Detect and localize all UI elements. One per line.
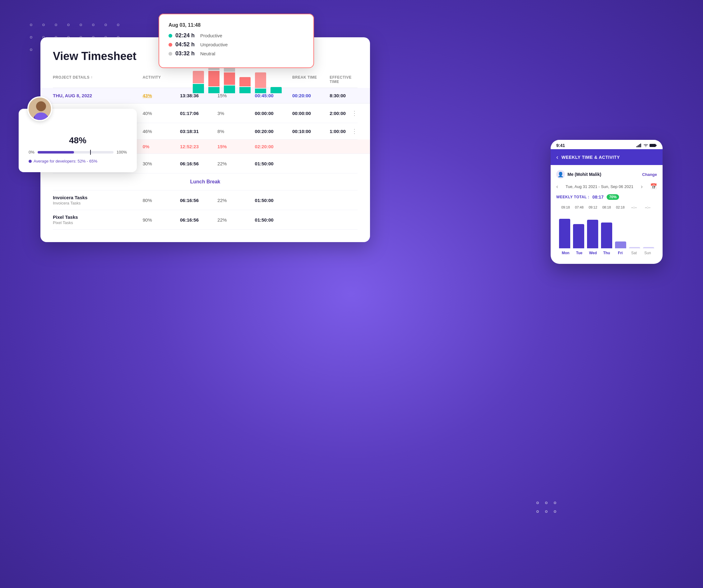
tooltip-productive-item: 02:24 h Productive xyxy=(168,32,304,39)
task-time-pix: 06:16:56 xyxy=(180,217,215,223)
progress-row: 0% 100% xyxy=(28,150,127,155)
weekly-badge: 70% xyxy=(607,194,619,200)
mobile-header-title: WEEKLY TIME & ACTIVITY xyxy=(561,155,620,160)
mobile-status-bar: 9:41 xyxy=(551,140,662,149)
task-percent-misc: 22% xyxy=(217,161,252,166)
summary-col4: 00:45:00 xyxy=(255,93,290,98)
mobile-card: 9:41 ‹ WEEKLY TIME & ACTIVITY xyxy=(551,140,662,264)
chart-tooltip-popup: Aug 03, 11:48 02:24 h Productive 04:52 h… xyxy=(159,14,314,68)
wifi-icon xyxy=(643,144,648,147)
table-row: Pixel Tasks Pixel Tasks 90% 06:16:56 22%… xyxy=(53,210,358,230)
svg-rect-8 xyxy=(649,144,656,147)
avg-dot xyxy=(28,160,32,163)
table-row: Invoicera Tasks Invoicera Tasks 80% 06:1… xyxy=(53,190,358,210)
chart-bars xyxy=(556,211,657,248)
tooltip-neutral-item: 03:32 h Neutral xyxy=(168,50,304,57)
lunch-break-row: Lunch Break xyxy=(53,173,358,190)
task-menu-1[interactable]: ⋮ xyxy=(352,109,358,117)
user-avatar-icon: 👤 xyxy=(556,170,565,179)
task-break-2: 00:10:00 xyxy=(292,129,327,134)
bar-sun-fill xyxy=(643,247,654,248)
svg-rect-6 xyxy=(639,144,640,147)
date-range-label: Tue, Aug 31 2021 - Sun, Sep 06 2021 xyxy=(565,184,633,189)
user-name: Me (Mohit Malik) xyxy=(567,172,601,177)
task-menu-2[interactable]: ⋮ xyxy=(352,128,358,135)
task-time-misc: 06:16:56 xyxy=(180,161,215,166)
task-sub-pix: Pixel Tasks xyxy=(53,220,140,225)
summary-percent: 15% xyxy=(217,93,252,98)
bar-sat xyxy=(629,211,640,248)
progress-fill xyxy=(37,151,74,154)
task-project-pix: Pixel Tasks Pixel Tasks xyxy=(53,215,140,225)
task-col4-pix: 01:50:00 xyxy=(255,217,290,223)
status-time: 9:41 xyxy=(556,143,565,148)
date-nav: ‹ Tue, Aug 31 2021 - Sun, Sep 06 2021 › … xyxy=(556,183,657,190)
avg-label: Average for developers: 52% - 65% xyxy=(28,159,127,163)
task-activity-1: 40% xyxy=(143,111,177,116)
task-percent-inv: 22% xyxy=(217,198,252,203)
task-break-1: 00:00:00 xyxy=(292,111,327,116)
task-col4-misc: 01:50:00 xyxy=(255,161,290,166)
bar-fri xyxy=(615,211,627,248)
lunch-break-label: Lunch Break xyxy=(190,179,221,184)
decorative-dot-grid-bottom xyxy=(535,500,560,516)
weekly-total-row: WEEKLY TOTAL : 08:17 70% xyxy=(556,194,657,200)
svg-rect-5 xyxy=(638,145,639,147)
productive-dot xyxy=(168,34,172,37)
weekly-time-value: 08:17 xyxy=(592,194,604,199)
popup-percentage: 48% xyxy=(28,136,127,146)
change-user-button[interactable]: Change xyxy=(642,172,657,177)
chart-values-row: 09:18 07:48 09:12 08:18 02:18 --:-- --:-… xyxy=(556,205,657,209)
summary-activity: 43% xyxy=(143,93,177,98)
red-time: 12:52:23 xyxy=(180,144,215,149)
weekly-total-label: WEEKLY TOTAL : xyxy=(556,195,589,199)
next-date-button[interactable]: › xyxy=(641,183,643,190)
day-label-sat: Sat xyxy=(627,251,641,255)
summary-effective: 8:30:00 xyxy=(330,93,358,98)
chart-val-3: 08:18 xyxy=(600,205,614,209)
svg-rect-9 xyxy=(656,145,657,146)
bar-sat-fill xyxy=(629,247,640,248)
task-col4-2: 00:20:00 xyxy=(255,129,290,134)
tooltip-unproductive-item: 04:52 h Unproductive xyxy=(168,41,304,48)
svg-rect-7 xyxy=(640,144,641,147)
tooltip-neutral-label: Neutral xyxy=(200,51,215,56)
unproductive-dot xyxy=(168,43,172,47)
day-label-thu: Thu xyxy=(600,251,614,255)
avg-label-text: Average for developers: 52% - 65% xyxy=(33,159,97,163)
day-label-fri: Fri xyxy=(614,251,627,255)
calendar-icon[interactable]: 📅 xyxy=(650,183,657,190)
task-col4-inv: 01:50:00 xyxy=(255,198,290,203)
chart-val-4: 02:18 xyxy=(614,205,627,209)
bar-thu-fill xyxy=(601,223,612,248)
chart-val-1: 07:48 xyxy=(572,205,586,209)
chart-val-5: --:-- xyxy=(627,205,641,209)
svg-point-1 xyxy=(36,101,46,111)
task-activity-2: 46% xyxy=(143,129,177,134)
prev-date-button[interactable]: ‹ xyxy=(556,183,558,190)
neutral-dot xyxy=(168,52,172,56)
summary-time: 13:38:36 xyxy=(180,93,215,98)
bar-wed-fill xyxy=(587,220,598,248)
battery-icon xyxy=(649,144,657,147)
task-percent-1: 3% xyxy=(217,111,252,116)
signal-icon xyxy=(636,144,642,147)
red-percent: 15% xyxy=(217,144,252,149)
bar-thu xyxy=(601,211,612,248)
task-percent-pix: 22% xyxy=(217,217,252,223)
bar-wed xyxy=(587,211,598,248)
day-label-sun: Sun xyxy=(641,251,654,255)
task-name-inv: Invoicera Tasks xyxy=(53,195,140,200)
tooltip-productive-label: Productive xyxy=(200,33,222,38)
header-effective: EFFECTIVE TIME xyxy=(330,75,358,84)
task-activity-inv: 80% xyxy=(143,198,177,203)
back-arrow-icon[interactable]: ‹ xyxy=(556,154,558,161)
bar-mon-fill xyxy=(559,219,570,248)
header-break: BREAK TIME xyxy=(292,75,327,84)
bar-fri-fill xyxy=(615,242,626,248)
day-label-wed: Wed xyxy=(586,251,600,255)
mobile-bar-chart: 09:18 07:48 09:12 08:18 02:18 --:-- --:-… xyxy=(556,205,657,255)
avatar xyxy=(27,96,52,121)
tooltip-unproductive-label: Unproductive xyxy=(200,42,228,47)
bar-tue xyxy=(573,211,584,248)
